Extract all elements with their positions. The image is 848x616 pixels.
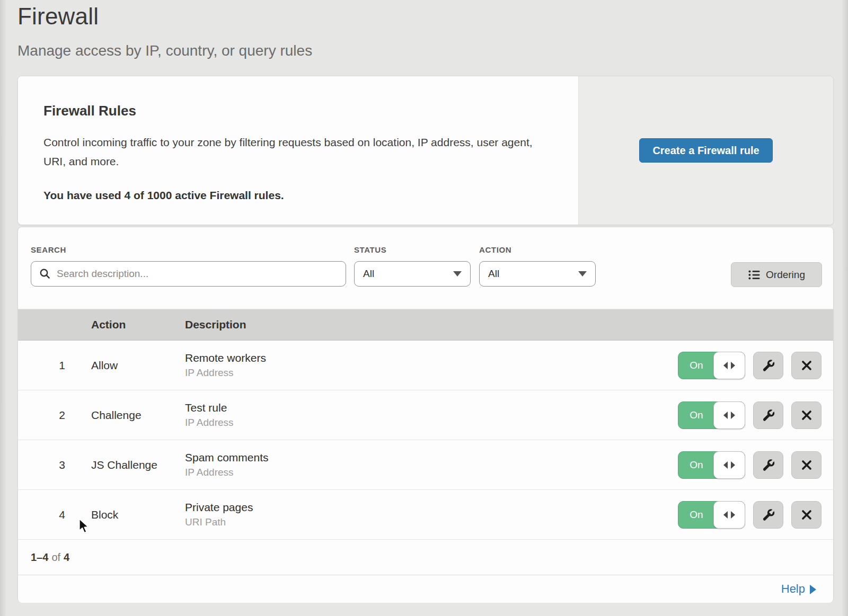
triangle-left-icon (723, 362, 728, 369)
edit-rule-button[interactable] (753, 401, 783, 429)
chevron-down-icon (578, 271, 587, 276)
page-title: Firewall (17, 3, 99, 30)
help-link[interactable]: Help (781, 582, 816, 596)
search-icon (39, 267, 51, 280)
close-icon (800, 359, 813, 372)
rule-match-type: IP Address (185, 367, 266, 379)
rule-match-type: URI Path (185, 516, 253, 528)
rules-card-description: Control incoming traffic to your zone by… (43, 133, 544, 171)
rule-action: Block (91, 490, 118, 539)
help-arrow-icon (810, 585, 816, 594)
create-firewall-rule-button[interactable]: Create a Firewall rule (639, 138, 773, 163)
rule-description-cell: Remote workers IP Address (185, 341, 266, 390)
rule-priority: 3 (46, 440, 78, 489)
chevron-down-icon (453, 271, 462, 276)
rule-controls: On (678, 501, 822, 529)
rule-description-cell: Private pages URI Path (185, 490, 253, 539)
toggle-handle[interactable] (713, 501, 745, 529)
edit-rule-button[interactable] (753, 501, 783, 529)
wrench-icon (762, 508, 775, 522)
firewall-rules-card: Firewall Rules Control incoming traffic … (17, 76, 834, 225)
rule-description-cell: Test rule IP Address (185, 390, 234, 440)
rule-controls: On (678, 401, 822, 429)
table-row: 2 Challenge Test rule IP Address On (18, 390, 833, 440)
toggle-on-label: On (678, 352, 714, 379)
rule-description: Test rule (185, 401, 234, 414)
page-subtitle: Manage access by IP, country, or query r… (17, 42, 312, 59)
table-row: 4 Block Private pages URI Path On (18, 490, 833, 540)
edit-rule-button[interactable] (753, 352, 783, 379)
filters-bar: SEARCH STATUS All ACTION All (18, 227, 833, 309)
delete-rule-button[interactable] (791, 501, 822, 529)
rule-description: Private pages (185, 501, 253, 514)
pagination: 1–4 of 4 (18, 540, 833, 575)
triangle-right-icon (731, 511, 735, 519)
status-label: STATUS (354, 245, 386, 254)
search-input[interactable] (57, 268, 338, 280)
rule-enabled-toggle[interactable]: On (678, 352, 745, 379)
toggle-handle[interactable] (713, 352, 745, 379)
edit-rule-button[interactable] (753, 451, 783, 479)
wrench-icon (762, 458, 775, 472)
rule-description: Spam comments (185, 451, 269, 464)
rules-list-card: SEARCH STATUS All ACTION All (17, 227, 834, 602)
toggle-on-label: On (678, 502, 714, 528)
close-icon (800, 459, 813, 471)
pagination-range: 1–4 (31, 551, 48, 564)
create-rule-panel: Create a Firewall rule (578, 76, 833, 225)
wrench-icon (762, 408, 775, 422)
rule-description-cell: Spam comments IP Address (185, 440, 269, 489)
ordering-button[interactable]: Ordering (731, 262, 822, 287)
toggle-on-label: On (678, 452, 714, 478)
action-select[interactable]: All (479, 261, 596, 287)
table-header: Action Description (18, 309, 833, 341)
triangle-left-icon (723, 412, 728, 419)
ordering-list-icon (748, 269, 761, 281)
toggle-handle[interactable] (713, 451, 745, 479)
rule-controls: On (678, 352, 822, 379)
rule-enabled-toggle[interactable]: On (678, 401, 745, 429)
mouse-cursor (77, 518, 91, 535)
delete-rule-button[interactable] (791, 451, 822, 479)
column-header-description: Description (185, 318, 246, 331)
close-icon (800, 409, 813, 422)
help-link-label: Help (781, 582, 805, 596)
status-select-value: All (363, 268, 374, 280)
triangle-left-icon (723, 461, 728, 469)
rule-action: JS Challenge (91, 440, 157, 489)
rule-action: Challenge (91, 390, 142, 440)
rules-card-title: Firewall Rules (43, 103, 546, 119)
triangle-right-icon (731, 362, 735, 369)
triangle-right-icon (731, 412, 735, 419)
rule-priority: 2 (46, 390, 78, 440)
card-footer: Help (18, 575, 833, 603)
search-label: SEARCH (31, 245, 66, 254)
triangle-right-icon (731, 461, 735, 469)
delete-rule-button[interactable] (791, 401, 822, 429)
column-header-action: Action (91, 318, 126, 331)
toggle-handle[interactable] (713, 401, 745, 429)
toggle-on-label: On (678, 402, 714, 428)
status-select[interactable]: All (354, 261, 471, 287)
table-row: 3 JS Challenge Spam comments IP Address … (18, 440, 833, 490)
rule-match-type: IP Address (185, 467, 269, 478)
rule-enabled-toggle[interactable]: On (678, 451, 745, 479)
rule-description: Remote workers (185, 352, 266, 364)
rule-priority: 4 (46, 490, 78, 539)
triangle-left-icon (723, 511, 728, 519)
close-icon (800, 508, 813, 521)
pagination-total: 4 (64, 551, 69, 564)
pagination-of: of (51, 551, 60, 564)
action-label: ACTION (479, 245, 511, 254)
rule-action: Allow (91, 341, 118, 390)
delete-rule-button[interactable] (791, 352, 822, 379)
wrench-icon (762, 359, 775, 372)
action-select-value: All (488, 268, 499, 280)
search-box (31, 261, 346, 287)
rule-controls: On (678, 451, 822, 479)
rule-enabled-toggle[interactable]: On (678, 501, 745, 529)
rule-match-type: IP Address (185, 417, 234, 428)
rules-usage-text: You have used 4 of 1000 active Firewall … (43, 189, 546, 202)
table-row: 1 Allow Remote workers IP Address On (18, 341, 833, 390)
ordering-button-label: Ordering (766, 269, 805, 281)
